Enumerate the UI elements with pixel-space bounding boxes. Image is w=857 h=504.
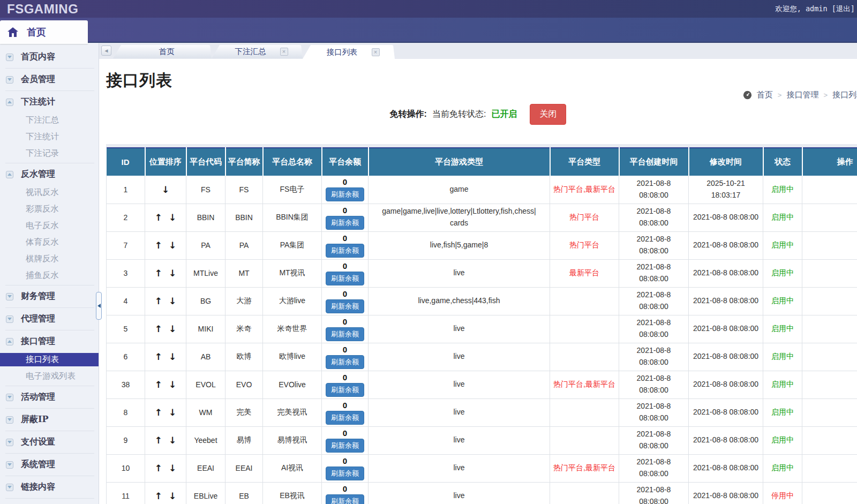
- breadcrumb-item[interactable]: 首页: [757, 90, 773, 100]
- cell-created-time: 2021-08-8 08:08:00: [619, 343, 689, 371]
- refresh-balance-button[interactable]: 刷新余额: [326, 216, 364, 230]
- tab-2[interactable]: 下注汇总×: [212, 45, 303, 58]
- cell-modified-time: 2021-08-8 08:08:00: [689, 454, 763, 482]
- breadcrumb-item[interactable]: 接口管理: [786, 90, 818, 100]
- cell-platform-code: EBLive: [186, 482, 225, 504]
- sidebar-home[interactable]: 首页: [0, 20, 88, 44]
- sidebar-group-item[interactable]: 反水管理: [0, 164, 99, 184]
- cell-platform-name: PA集团: [263, 231, 322, 259]
- sidebar-item[interactable]: 电子游戏列表: [0, 368, 99, 385]
- move-up-button[interactable]: ↑: [152, 351, 166, 362]
- sidebar-item[interactable]: 彩票反水: [0, 201, 99, 217]
- sidebar: 首页内容会员管理下注统计下注汇总下注统计下注记录反水管理视讯反水彩票反水电子反水…: [0, 43, 99, 504]
- move-down-button[interactable]: ↓: [159, 184, 172, 195]
- sidebar-group-item[interactable]: 链接内容: [0, 477, 99, 497]
- dashboard-icon: [743, 91, 752, 100]
- sidebar-group-label: 支付设置: [21, 437, 55, 448]
- move-down-button[interactable]: ↓: [166, 296, 179, 306]
- tab-1[interactable]: 首页: [113, 45, 212, 58]
- sidebar-item[interactable]: 下注统计: [0, 129, 99, 145]
- move-down-button[interactable]: ↓: [166, 463, 179, 473]
- refresh-balance-button[interactable]: 刷新余额: [326, 299, 364, 313]
- cell-balance: 0刷新余额: [322, 371, 369, 398]
- sidebar-item[interactable]: 电子反水: [0, 217, 99, 234]
- move-down-button[interactable]: ↓: [166, 240, 179, 251]
- sidebar-group-item[interactable]: 支付设置: [0, 432, 99, 452]
- refresh-balance-button[interactable]: 刷新余额: [326, 272, 364, 285]
- refresh-balance-button[interactable]: 刷新余额: [326, 383, 364, 397]
- column-header: 状态: [763, 148, 802, 176]
- sidebar-item[interactable]: 棋牌反水: [0, 251, 99, 267]
- tab-3[interactable]: 接口列表×: [303, 45, 395, 59]
- refresh-balance-button[interactable]: 刷新余额: [326, 244, 364, 258]
- logout-link[interactable]: [退出]: [832, 4, 855, 13]
- sidebar-item[interactable]: 接口列表: [0, 353, 99, 366]
- move-down-button[interactable]: ↓: [166, 435, 179, 446]
- move-down-button[interactable]: ↓: [166, 379, 179, 390]
- cell-created-time: 2021-08-8 08:08:00: [619, 287, 689, 315]
- cell-id: 8: [107, 398, 145, 426]
- close-transfer-button[interactable]: 关闭: [530, 104, 566, 125]
- sidebar-item[interactable]: 下注记录: [0, 145, 99, 162]
- refresh-balance-button[interactable]: 刷新余额: [326, 411, 364, 425]
- cell-operations: [802, 454, 857, 482]
- move-down-button[interactable]: ↓: [166, 324, 179, 334]
- sidebar-group-item[interactable]: 下注统计: [0, 92, 99, 112]
- move-up-button[interactable]: ↑: [152, 379, 166, 390]
- move-down-button[interactable]: ↓: [166, 351, 179, 362]
- refresh-balance-button[interactable]: 刷新余额: [326, 187, 364, 201]
- move-up-button[interactable]: ↑: [152, 240, 166, 251]
- tab-scroll-left-button[interactable]: ◄: [101, 46, 111, 56]
- sidebar-item[interactable]: 下注汇总: [0, 112, 99, 129]
- cell-status: 启用中: [763, 259, 802, 287]
- cell-game-types: game: [369, 176, 550, 204]
- sidebar-divider: [5, 386, 94, 386]
- home-icon: [7, 27, 18, 37]
- sidebar-divider: [5, 453, 94, 454]
- move-up-button[interactable]: ↑: [152, 212, 166, 223]
- move-up-button[interactable]: ↑: [152, 268, 166, 279]
- refresh-balance-button[interactable]: 刷新余额: [326, 467, 364, 480]
- sidebar-item[interactable]: 捕鱼反水: [0, 267, 99, 284]
- sidebar-group-item[interactable]: 系统管理: [0, 455, 99, 475]
- sidebar-group-item[interactable]: 财务管理: [0, 287, 99, 306]
- move-down-button[interactable]: ↓: [166, 268, 179, 279]
- move-down-button[interactable]: ↓: [166, 407, 179, 418]
- tab-close-icon[interactable]: ×: [372, 48, 380, 56]
- refresh-balance-button[interactable]: 刷新余额: [326, 439, 364, 453]
- refresh-balance-button[interactable]: 刷新余额: [326, 355, 364, 369]
- sidebar-item[interactable]: 体育反水: [0, 234, 99, 251]
- move-up-button[interactable]: ↑: [152, 296, 166, 306]
- chevron-down-icon: [6, 76, 13, 84]
- cell-modified-time: 2021-08-8 08:08:00: [689, 204, 763, 231]
- sidebar-group-item[interactable]: 首页内容: [0, 47, 99, 67]
- cell-modified-time: 2021-08-8 08:08:00: [689, 371, 763, 398]
- sidebar-item[interactable]: 视讯反水: [0, 184, 99, 201]
- move-up-button[interactable]: ↑: [152, 435, 166, 446]
- tab-close-icon[interactable]: ×: [280, 48, 288, 56]
- chevron-up-icon: [6, 99, 13, 106]
- move-up-button[interactable]: ↑: [152, 407, 166, 418]
- sidebar-group-item[interactable]: 活动管理: [0, 387, 99, 407]
- move-down-button[interactable]: ↓: [166, 212, 179, 223]
- sidebar-group-item[interactable]: 屏蔽IP: [0, 410, 99, 430]
- cell-platform-code: AB: [186, 343, 225, 371]
- refresh-balance-button[interactable]: 刷新余额: [326, 494, 364, 504]
- move-up-button[interactable]: ↑: [152, 491, 166, 501]
- table-row: 2↑↓BBINBBINBBIN集团0刷新余额game|game,live|liv…: [107, 204, 857, 231]
- column-header: 操作: [802, 148, 857, 176]
- column-header: 平台简称: [225, 148, 263, 176]
- sidebar-group-item[interactable]: 代理管理: [0, 309, 99, 329]
- move-down-button[interactable]: ↓: [166, 491, 179, 501]
- move-up-button[interactable]: ↑: [152, 324, 166, 334]
- refresh-balance-button[interactable]: 刷新余额: [326, 327, 364, 341]
- sidebar-group-item[interactable]: 接口管理: [0, 332, 99, 351]
- sidebar-group-item[interactable]: 会员管理: [0, 70, 99, 89]
- cell-sort: ↑↓: [145, 204, 186, 231]
- cell-sort: ↑↓: [145, 287, 186, 315]
- balance-value: 0: [323, 401, 367, 410]
- move-up-button[interactable]: ↑: [152, 463, 166, 473]
- sidebar-collapse-handle[interactable]: [96, 292, 102, 320]
- cell-platform-abbr: EB: [225, 482, 263, 504]
- cell-created-time: 2021-08-8 08:08:00: [619, 482, 689, 504]
